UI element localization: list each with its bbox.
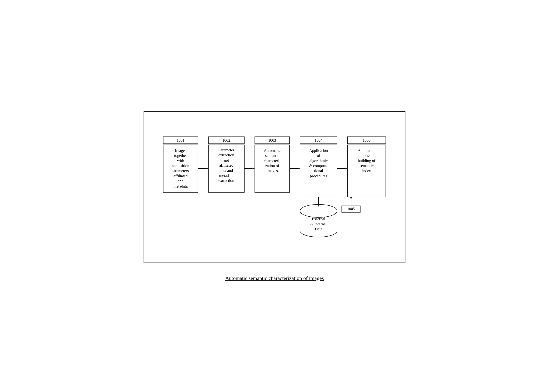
svg-marker-37: [345, 168, 348, 169]
svg-text:characteri-: characteri-: [264, 158, 281, 163]
svg-text:together: together: [174, 153, 187, 158]
svg-text:algorithmic: algorithmic: [310, 158, 328, 163]
svg-text:metadata: metadata: [219, 173, 233, 178]
svg-text:tional: tional: [314, 168, 323, 173]
label-1006: 1006: [363, 138, 370, 142]
svg-text:metadata: metadata: [174, 184, 188, 188]
svg-text:semantic: semantic: [359, 163, 373, 168]
main-diagram-svg: 1001 Images together with acquisition pa…: [159, 124, 390, 247]
svg-text:and: and: [178, 179, 184, 183]
text-1006: Annotation: [358, 148, 375, 153]
svg-text:parameters,: parameters,: [171, 168, 190, 173]
label-1004: 1004: [315, 138, 323, 142]
svg-text:zation of: zation of: [265, 163, 279, 168]
label-1001: 1001: [177, 138, 184, 142]
svg-text:index: index: [362, 168, 371, 173]
svg-text:semantic: semantic: [265, 153, 279, 158]
svg-marker-28: [298, 168, 300, 169]
svg-text:and: and: [223, 158, 229, 162]
svg-text:data and: data and: [220, 168, 233, 173]
label-1002: 1002: [222, 138, 230, 142]
caption: Automatic semantic characterization of i…: [225, 275, 324, 281]
svg-text:extraction: extraction: [218, 153, 234, 157]
svg-text:building of: building of: [358, 158, 375, 163]
svg-marker-10: [206, 168, 209, 169]
text-1004: Application: [309, 148, 328, 153]
svg-text:of: of: [317, 153, 320, 158]
text-1005-line2: & Internal: [310, 222, 327, 226]
label-1003: 1003: [268, 138, 276, 142]
svg-text:and possible: and possible: [357, 153, 376, 158]
text-1003: Automatic: [264, 148, 281, 153]
diagram-svg-wrapper: 1001 Images together with acquisition pa…: [159, 124, 390, 248]
svg-text:acquisition: acquisition: [172, 163, 189, 168]
svg-marker-20: [252, 168, 255, 169]
svg-text:affiliated: affiliated: [219, 163, 233, 168]
svg-text:extraction: extraction: [218, 178, 234, 183]
text-1001: Images: [175, 148, 186, 153]
svg-text:images: images: [267, 168, 278, 173]
diagram-container: 1001 Images together with acquisition pa…: [144, 111, 405, 263]
svg-text:& computa-: & computa-: [309, 163, 328, 168]
svg-text:procedures: procedures: [310, 174, 327, 178]
text-1005-line3: Data: [315, 227, 322, 231]
svg-text:affiliated: affiliated: [174, 174, 188, 178]
text-1005-line1: External: [312, 217, 325, 221]
text-1002: Parameter: [218, 147, 234, 152]
svg-text:with: with: [177, 158, 184, 163]
